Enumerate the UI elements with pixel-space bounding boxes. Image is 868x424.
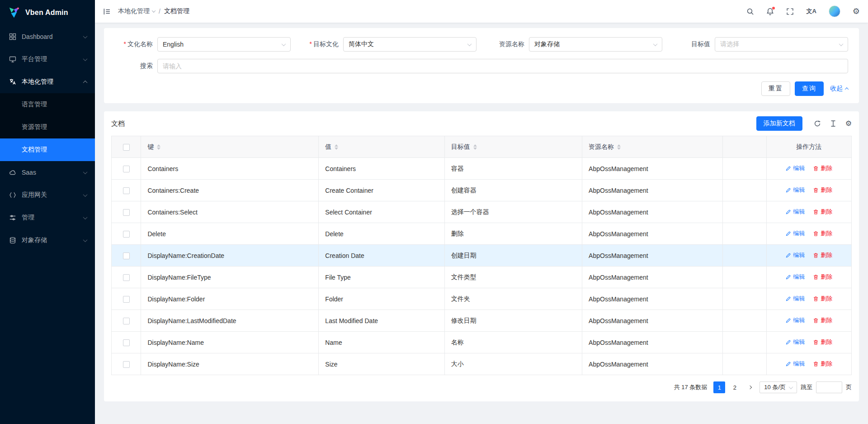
edit-link[interactable]: 编辑 [785, 186, 805, 194]
delete-link[interactable]: 删除 [813, 164, 832, 172]
breadcrumb-current: 文档管理 [164, 7, 189, 15]
sort-icon[interactable] [617, 144, 621, 150]
culture-name-select[interactable]: English [157, 37, 291, 52]
edit-link[interactable]: 编辑 [785, 295, 805, 303]
avatar[interactable] [829, 5, 840, 17]
fullscreen-icon[interactable] [786, 8, 794, 15]
row-checkbox[interactable] [123, 274, 130, 281]
sidebar-item-app-gateway[interactable]: 应用网关 [0, 184, 95, 206]
translate-icon[interactable]: 文A [806, 7, 816, 15]
chevron-down-icon [83, 34, 88, 38]
search-icon[interactable] [746, 8, 754, 15]
search-input[interactable] [157, 59, 848, 73]
edit-link[interactable]: 编辑 [785, 208, 805, 216]
page-button-2[interactable]: 2 [729, 381, 741, 393]
column-header-value[interactable]: 值 [319, 136, 444, 158]
row-checkbox[interactable] [123, 318, 130, 324]
cell-key: DisplayName:Name [141, 332, 319, 353]
chevron-up-icon [83, 80, 88, 85]
edit-link[interactable]: 编辑 [785, 360, 805, 368]
resource-name-select[interactable]: 对象存储 [529, 37, 662, 52]
row-checkbox[interactable] [123, 361, 130, 368]
jump-page-input[interactable] [816, 381, 842, 393]
breadcrumb-parent[interactable]: 本地化管理 [118, 7, 155, 15]
row-height-icon[interactable] [830, 120, 837, 127]
query-button[interactable]: 查询 [795, 81, 824, 96]
edit-link[interactable]: 编辑 [785, 273, 805, 281]
settings-gear-icon[interactable]: ⚙ [853, 7, 860, 15]
cell-value: Last Modified Date [319, 310, 444, 332]
delete-link[interactable]: 删除 [813, 295, 832, 303]
table-row: DisplayName:FileTypeFile Type文件类型AbpOssM… [112, 267, 852, 288]
pagination: 共 17 条数据 1 2 10 条/页 跳至 页 [104, 375, 859, 400]
row-checkbox[interactable] [123, 231, 130, 238]
select-all-checkbox[interactable] [123, 144, 130, 151]
bell-icon[interactable] [766, 8, 774, 15]
menu-fold-icon[interactable] [103, 8, 111, 15]
collapse-link[interactable]: 收起 [830, 85, 848, 93]
row-checkbox[interactable] [123, 339, 130, 346]
cell-target-value: 名称 [444, 332, 582, 353]
filter-row-2: 搜索 [115, 59, 848, 73]
column-header-resource-name[interactable]: 资源名称 [582, 136, 723, 158]
sort-icon[interactable] [473, 144, 477, 150]
add-document-button[interactable]: 添加新文档 [756, 116, 802, 131]
app-layout: Vben Admin Dashboard 平台管理 [0, 0, 868, 424]
delete-link[interactable]: 删除 [813, 229, 832, 238]
row-checkbox[interactable] [123, 187, 130, 194]
cell-empty [723, 353, 767, 375]
sidebar-item-dashboard[interactable]: Dashboard [0, 25, 95, 48]
sidebar-item-management[interactable]: 管理 [0, 206, 95, 229]
target-value-select[interactable]: 请选择 [715, 37, 848, 52]
chevron-up-icon [845, 87, 849, 91]
column-settings-gear-icon[interactable]: ⚙ [845, 120, 852, 127]
cell-key: DisplayName:Size [141, 353, 319, 375]
row-checkbox[interactable] [123, 166, 130, 172]
column-header-target-value[interactable]: 目标值 [444, 136, 582, 158]
delete-link[interactable]: 删除 [813, 186, 832, 194]
cell-target-value: 文件夹 [444, 288, 582, 310]
edit-link[interactable]: 编辑 [785, 229, 805, 238]
cell-empty [723, 223, 767, 245]
sort-icon[interactable] [157, 144, 160, 150]
cell-value: Select Container [319, 201, 444, 223]
edit-link[interactable]: 编辑 [785, 251, 805, 259]
reset-button[interactable]: 重置 [761, 81, 790, 96]
cell-resource-name: AbpOssManagement [582, 180, 723, 201]
field-label: 搜索 [115, 62, 157, 70]
sidebar-item-object-storage[interactable]: 对象存储 [0, 229, 95, 252]
sidebar-item-platform-mgmt[interactable]: 平台管理 [0, 48, 95, 71]
chevron-down-icon [152, 9, 156, 12]
table-row: ContainersContainers容器AbpOssManagement编辑… [112, 158, 852, 180]
sidebar-item-saas[interactable]: Saas [0, 161, 95, 184]
column-header-empty [723, 136, 767, 158]
row-checkbox[interactable] [123, 252, 130, 259]
app-logo[interactable]: Vben Admin [0, 0, 95, 25]
sidebar-item-localization-mgmt[interactable]: 本地化管理 [0, 71, 95, 93]
delete-link[interactable]: 删除 [813, 208, 832, 216]
chevron-down-icon [467, 42, 472, 46]
column-header-key[interactable]: 键 [141, 136, 319, 158]
refresh-icon[interactable] [814, 120, 821, 127]
select-all-cell [112, 136, 141, 158]
page-button-1[interactable]: 1 [713, 381, 725, 393]
sidebar-item-language-mgmt[interactable]: 语言管理 [0, 93, 95, 116]
page-size-select[interactable]: 10 条/页 [760, 381, 797, 393]
filter-field-culture-name: 文化名称 English [115, 37, 291, 52]
delete-link[interactable]: 删除 [813, 273, 832, 281]
edit-link[interactable]: 编辑 [785, 164, 805, 172]
target-culture-select[interactable]: 简体中文 [343, 37, 476, 52]
sort-icon[interactable] [335, 144, 338, 150]
sidebar-item-document-mgmt[interactable]: 文档管理 [0, 138, 95, 161]
edit-link[interactable]: 编辑 [785, 338, 805, 346]
platform-icon [9, 56, 16, 63]
edit-link[interactable]: 编辑 [785, 316, 805, 324]
next-page-button[interactable] [744, 381, 756, 393]
delete-link[interactable]: 删除 [813, 360, 832, 368]
row-checkbox[interactable] [123, 209, 130, 216]
row-checkbox[interactable] [123, 296, 130, 303]
delete-link[interactable]: 删除 [813, 338, 832, 346]
delete-link[interactable]: 删除 [813, 251, 832, 259]
delete-link[interactable]: 删除 [813, 316, 832, 324]
sidebar-item-resource-mgmt[interactable]: 资源管理 [0, 116, 95, 138]
